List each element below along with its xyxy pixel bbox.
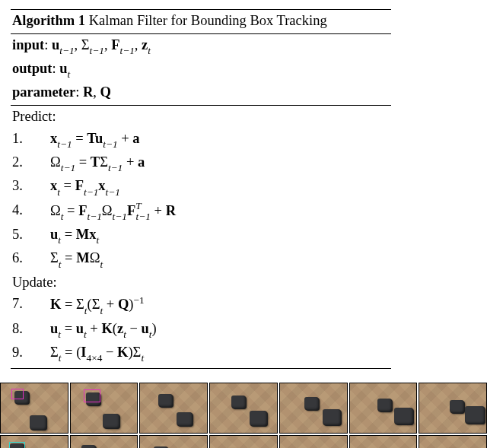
frame <box>0 435 68 448</box>
algorithm-title: Kalman Filter for Bounding Box Tracking <box>85 13 327 28</box>
frame <box>419 383 487 434</box>
step-number: 2. <box>12 151 50 175</box>
update-label: Update: <box>12 272 390 294</box>
frame <box>279 435 348 448</box>
parameter-vars: : R, Q <box>75 84 111 100</box>
frame <box>209 435 278 448</box>
step-number: 5. <box>12 224 50 247</box>
input-label: input <box>12 37 44 52</box>
output-label: output <box>12 61 52 76</box>
step-number: 4. <box>12 199 50 224</box>
step-7: 7. K = Σt(Σt + Q)−1 <box>12 293 390 317</box>
frame <box>419 435 487 448</box>
parameter-label: parameter <box>12 84 75 100</box>
step-6: 6. Σt = MΩt <box>12 247 390 271</box>
input-vars: : ut−1, Σt−1, Ft−1, zt <box>44 37 151 52</box>
step-number: 3. <box>12 175 50 199</box>
frame <box>279 383 348 434</box>
output-line: output: ut <box>12 58 390 81</box>
step-eq: Ωt = Ft−1Ωt−1FTt−1 + R <box>50 199 176 224</box>
frame <box>70 383 138 434</box>
figure-row-1 <box>0 383 487 434</box>
algorithm-title-line: Algorithm 1 Kalman Filter for Bounding B… <box>11 10 391 34</box>
step-9: 9. Σt = (I4×4 − K)Σt <box>12 342 390 365</box>
step-eq: xt = Ft−1xt−1 <box>50 175 120 199</box>
frame <box>349 383 418 434</box>
step-3: 3. xt = Ft−1xt−1 <box>12 175 390 199</box>
step-eq: xt−1 = Tut−1 + a <box>50 128 140 151</box>
algorithm-number: Algorithm 1 <box>12 13 85 28</box>
step-number: 7. <box>12 293 50 317</box>
step-5: 5. ut = Mxt <box>12 224 390 247</box>
step-eq: ut = ut + K(zt − ut) <box>50 318 157 342</box>
step-number: 6. <box>12 247 50 271</box>
step-eq: Σt = MΩt <box>50 247 103 271</box>
output-vars: : ut <box>52 61 70 76</box>
input-line: input: ut−1, Σt−1, Ft−1, zt <box>12 34 390 58</box>
algorithm-body: Predict: 1. xt−1 = Tut−1 + a 2. Ωt−1 = T… <box>11 106 391 368</box>
step-number: 8. <box>12 318 50 342</box>
frame <box>0 383 68 434</box>
algorithm-box: Algorithm 1 Kalman Filter for Bounding B… <box>11 9 391 369</box>
step-2: 2. Ωt−1 = TΣt−1 + a <box>12 151 390 175</box>
step-1: 1. xt−1 = Tut−1 + a <box>12 128 390 151</box>
step-eq: K = Σt(Σt + Q)−1 <box>50 293 145 317</box>
step-4: 4. Ωt = Ft−1Ωt−1FTt−1 + R <box>12 199 390 224</box>
predict-label: Predict: <box>12 106 390 128</box>
parameter-line: parameter: R, Q <box>12 81 390 103</box>
step-eq: Σt = (I4×4 − K)Σt <box>50 342 144 365</box>
frame <box>139 383 208 434</box>
step-number: 1. <box>12 128 50 151</box>
frame <box>70 435 138 448</box>
algorithm-io: input: ut−1, Σt−1, Ft−1, zt output: ut p… <box>11 34 391 106</box>
step-eq: ut = Mxt <box>50 224 99 247</box>
frame <box>209 383 278 434</box>
step-eq: Ωt−1 = TΣt−1 + a <box>50 151 145 175</box>
frame <box>349 435 418 448</box>
step-8: 8. ut = ut + K(zt − ut) <box>12 318 390 342</box>
figure-grid <box>0 383 487 448</box>
frame <box>139 435 208 448</box>
step-number: 9. <box>12 342 50 365</box>
figure-row-2 <box>0 435 487 448</box>
